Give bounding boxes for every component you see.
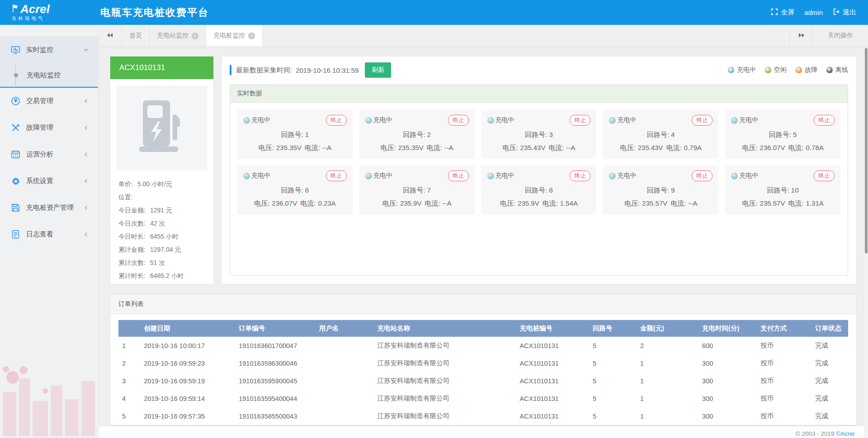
amount-cell: 2	[637, 337, 698, 354]
circuit-no-cell: 5	[589, 390, 637, 407]
sidebar-group-header[interactable]: 系统设置	[0, 168, 98, 194]
circuit-status: 充电中	[617, 116, 636, 124]
circuit-number-value: 3	[549, 131, 552, 138]
row-index-cell: 3	[118, 372, 140, 390]
terminate-button[interactable]: 终止	[448, 115, 469, 126]
status-ball-charging-icon	[487, 173, 494, 179]
circuit-card: 充电中 终止 回路号:10 电压:235.57V电流:1.31A	[725, 165, 840, 214]
terminate-button[interactable]: 终止	[570, 115, 590, 126]
user-menu[interactable]: admin	[804, 9, 823, 16]
order-row[interactable]: 12019-10-16 10:00:171910163601700047江苏安科…	[118, 337, 848, 354]
sidebar-group-label: 故障管理	[26, 123, 83, 132]
circuit-card: 充电中 终止 回路号:8 电压:235.9V电流:1.54A	[481, 165, 597, 214]
circuit-status: 充电中	[739, 116, 758, 124]
terminate-button[interactable]: 终止	[692, 115, 712, 126]
circuit-number-value: 6	[305, 186, 309, 194]
sidebar-group-header[interactable]: 故障管理	[0, 114, 98, 141]
stat-label: 今日时长:	[118, 230, 146, 243]
status-ball-icon	[765, 67, 771, 73]
tabs-scroll-left-button[interactable]	[99, 25, 122, 47]
circuit-card: 充电中 终止 回路号:9 电压:235.57V电流:--A	[603, 165, 718, 214]
voltage-label: 电压:	[254, 199, 269, 207]
order-row[interactable]: 22019-10-16 09:59:231910163596300046江苏安科…	[118, 354, 848, 372]
stat-value: 1291 元	[150, 204, 172, 217]
station-name-cell: 江苏安科瑞制造有限公司	[374, 407, 516, 425]
amount-cell: 1	[637, 354, 698, 372]
amount-cell: 1	[637, 372, 698, 390]
sidebar-group-header[interactable]: 日志查看	[0, 221, 98, 248]
tab[interactable]: 首页	[122, 25, 150, 47]
scrollbar-thumb[interactable]	[865, 48, 868, 254]
voltage-label: 电压:	[381, 144, 396, 151]
circuit-number-label: 回路号:	[525, 131, 547, 138]
charge-minutes-cell: 300	[698, 372, 757, 390]
status-ball-icon	[826, 67, 833, 73]
copyright-text: © 2003 - 2019	[796, 430, 835, 437]
fullscreen-button[interactable]: 全屏	[771, 8, 794, 17]
column-header: 用户名	[316, 320, 374, 337]
column-header: 充电站名称	[374, 320, 516, 337]
pile-no-cell: ACX1010131	[516, 354, 589, 372]
create-date-cell: 2019-10-16 09:59:23	[140, 354, 235, 372]
brand-link[interactable]: ©Acrel	[836, 430, 854, 437]
order-row[interactable]: 52019-10-16 09:57:351910163585500043江苏安科…	[118, 407, 848, 425]
sidebar-subitem[interactable]: 充电站监控	[0, 63, 98, 87]
order-no-cell: 1910163595900045	[235, 372, 316, 390]
circuit-no-cell: 5	[589, 354, 637, 372]
terminate-button[interactable]: 终止	[692, 170, 712, 181]
main-content: ACX1010131	[99, 47, 868, 438]
tabs-scroll-right-button[interactable]	[789, 25, 813, 47]
terminate-button[interactable]: 终止	[448, 170, 469, 181]
charge-minutes-cell: 300	[698, 390, 757, 407]
terminate-button[interactable]: 终止	[570, 170, 590, 181]
current-value: 0.78A	[806, 144, 824, 151]
terminate-button[interactable]: 终止	[814, 115, 835, 126]
sidebar-group-label: 系统设置	[26, 177, 83, 185]
sidebar-group-header[interactable]: ¥ 交易管理	[0, 88, 98, 114]
status-ball-charging-icon	[365, 117, 372, 124]
orders-title: 订单列表	[110, 295, 856, 314]
terminate-button[interactable]: 终止	[326, 170, 347, 181]
order-status-cell: 完成	[811, 407, 848, 425]
collect-time-value: 2019-10-16 10:31:59	[296, 66, 359, 74]
sidebar-group-header[interactable]: 充电桩资产管理	[0, 194, 98, 221]
sidebar-group: 故障管理	[0, 114, 98, 141]
terminate-button[interactable]: 终止	[326, 115, 347, 126]
pay-method-cell: 投币	[757, 390, 811, 407]
tab-close-icon[interactable]: ×	[192, 33, 198, 39]
circuit-number-label: 回路号:	[403, 131, 425, 138]
pay-method-cell: 投币	[757, 407, 811, 425]
circuit-number-value: 1	[305, 131, 309, 138]
order-row[interactable]: 42019-10-16 09:59:141910163595400044江苏安科…	[118, 390, 848, 407]
tab-close-icon[interactable]: ×	[248, 33, 255, 39]
tab[interactable]: 充电桩监控 ×	[206, 25, 263, 47]
order-row[interactable]: 32019-10-16 09:59:191910163595900045江苏安科…	[118, 372, 848, 390]
status-ball-icon	[796, 67, 802, 73]
column-header: 回路号	[589, 320, 637, 337]
close-operations-button[interactable]: 关闭操作	[813, 25, 868, 47]
tab[interactable]: 充电站监控 ×	[150, 25, 206, 47]
terminate-button[interactable]: 终止	[814, 170, 835, 181]
sidebar-group-header[interactable]: 运营分析	[0, 141, 98, 168]
status-ball-charging-icon	[243, 117, 250, 124]
refresh-button[interactable]: 刷新	[365, 62, 391, 78]
status-ball-charging-icon	[731, 117, 738, 124]
realtime-data-title: 实时数据	[230, 85, 848, 103]
pile-stat-row: 今日次数: 42 次	[118, 217, 205, 230]
status-ball-charging-icon	[609, 117, 616, 124]
vertical-scrollbar[interactable]	[864, 47, 868, 438]
circuit-card: 充电中 终止 回路号:5 电压:236.07V电流:0.78A	[725, 110, 840, 159]
orders-panel: 订单列表 创建日期订单编号用户名充电站名称充电桩编号回路号金额(元)充电时间(分…	[110, 294, 857, 426]
legend-label: 空闲	[774, 66, 787, 74]
column-header: 订单编号	[235, 320, 316, 337]
create-date-cell: 2019-10-16 09:59:19	[140, 372, 235, 390]
voltage-value: 236.07V	[760, 144, 785, 151]
realtime-data-panel: 实时数据 充电中 终止 回路号:1 电压:235.35V电流:--A 充电中 终…	[230, 85, 848, 276]
status-ball-charging-icon	[731, 173, 738, 179]
logout-button[interactable]: 退出	[833, 8, 856, 17]
sidebar-group-header[interactable]: 实时监控	[0, 37, 98, 63]
stat-value: 6485.2 小时	[150, 269, 184, 283]
circuit-status: 充电中	[617, 172, 636, 180]
circuit-number-label: 回路号:	[647, 186, 669, 194]
order-status-cell: 完成	[811, 390, 848, 407]
